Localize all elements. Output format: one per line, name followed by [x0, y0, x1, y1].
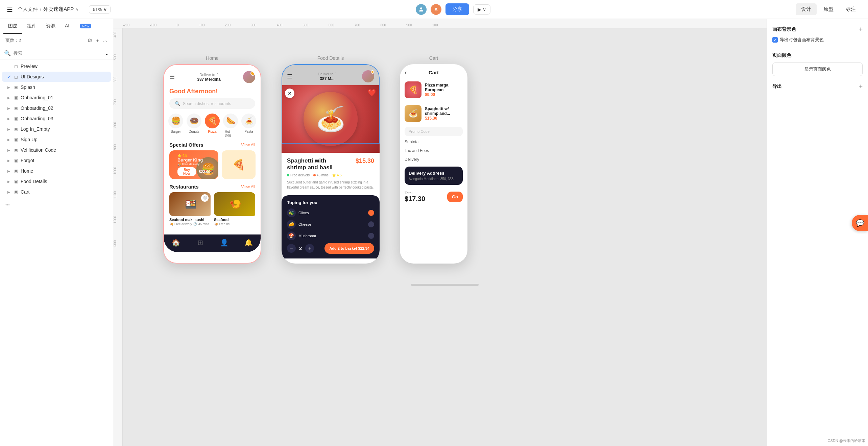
layer-icon: ▣	[14, 148, 18, 152]
layer-item-login[interactable]: ▶ ▣ Log In_Empty	[2, 124, 111, 134]
layer-label: Food Details	[21, 179, 47, 184]
sidebar-search-bar[interactable]: 🔍 ⌄	[0, 47, 113, 59]
promo-placeholder: Promo Code	[409, 129, 430, 133]
cart-item-pizza-img: 🍕	[405, 81, 421, 98]
h-scrollbar[interactable]	[136, 284, 753, 289]
breadcrumb-arrow[interactable]: ∨	[76, 7, 79, 12]
filter-icon[interactable]: ⌄	[104, 50, 109, 56]
sidebar-tab-new[interactable]: New	[74, 19, 96, 34]
breadcrumb-current[interactable]: 外卖速递APP	[43, 6, 74, 13]
menu-icon[interactable]: ☰	[7, 5, 13, 14]
sidebar-tab-assets[interactable]: 资源	[41, 19, 60, 34]
restaurant-card-sushi[interactable]: 🍱 🤍 Seafood maki sushi 🚚 Free delivery	[169, 192, 211, 226]
chat-button[interactable]: 💬	[852, 215, 868, 231]
play-button[interactable]: ▶ ∨	[473, 4, 490, 15]
add-page-icon[interactable]: ＋	[95, 38, 100, 44]
fd-title-row: Spaghetti with shrimp and basil $15.30	[287, 157, 374, 171]
more-indicator[interactable]: •••	[0, 197, 113, 213]
layer-item-preview[interactable]: ◻ Preview	[2, 61, 111, 71]
olive-radio[interactable]	[368, 210, 374, 216]
delivery-addr-sub: Avinguda Meridiana, 350, 358...	[409, 177, 459, 181]
category-pizza[interactable]: 🍕 Pizza	[203, 114, 221, 137]
svg-point-0	[420, 7, 422, 9]
layer-item-signup[interactable]: ▶ ▣ Sign Up	[2, 134, 111, 145]
export-plus-icon[interactable]: +	[859, 83, 863, 90]
hamburger-icon-fd[interactable]: ☰	[287, 73, 292, 80]
mushroom-radio[interactable]	[368, 233, 374, 239]
category-donuts[interactable]: 🍩 Donuts	[185, 114, 203, 137]
layer-item-onboarding-02[interactable]: ▶ ▣ Onboarding_02	[2, 103, 111, 113]
category-burger[interactable]: 🍔 Burger	[167, 114, 185, 137]
layer-icon: ▣	[14, 169, 18, 173]
canvas-bg-plus-icon[interactable]: +	[859, 26, 863, 33]
offer-rating: ⭐ 4.5	[177, 154, 210, 157]
tab-annotation[interactable]: 标注	[840, 3, 861, 15]
hamburger-icon[interactable]: ☰	[169, 73, 175, 81]
nav-grid[interactable]: ⊞	[188, 239, 213, 247]
view-all-restaurants[interactable]: View All	[241, 184, 255, 189]
export-title-text: 导出	[772, 83, 782, 90]
layer-item-verification[interactable]: ▶ ▣ Vefification Code	[2, 145, 111, 155]
nav-profile[interactable]: 👤	[212, 239, 237, 247]
tab-design[interactable]: 设计	[796, 3, 817, 15]
search-input[interactable]	[14, 51, 102, 56]
cart-subtotal: Subtotal	[400, 138, 467, 146]
qty-minus-btn[interactable]: −	[287, 244, 296, 253]
nav-home[interactable]: 🏠	[164, 239, 188, 247]
cart-back-btn[interactable]: ‹	[405, 69, 407, 76]
layer-item-onboarding-03[interactable]: ▶ ▣ Onboarding_03	[2, 114, 111, 124]
offer-card-burgerking[interactable]: ⭐ 4.5 Burger King 🚚 Free delivery Buy No…	[169, 150, 218, 179]
layer-item-splash[interactable]: ▶ ▣ Splash	[2, 82, 111, 92]
category-pasta[interactable]: 🍝 Pasta	[240, 114, 258, 137]
restaurants-title: Restaurants	[169, 184, 199, 190]
share-button[interactable]: 分享	[445, 3, 469, 15]
greeting: Good Afternoon!	[164, 86, 261, 98]
sidebar-tab-components[interactable]: 组件	[22, 19, 41, 34]
restaurant-cards: 🍱 🤍 Seafood maki sushi 🚚 Free delivery	[164, 192, 261, 230]
collapse-icon[interactable]: ︿	[103, 38, 107, 44]
bg-checkbox[interactable]: ✓	[772, 37, 778, 43]
layer-item-ui-designs[interactable]: ✓ ◻ UI Designs	[2, 72, 111, 82]
folder-icon[interactable]: 🗂	[88, 38, 92, 44]
canvas-content: Home ☰ Deliver to ˅ 387 Merdina	[123, 28, 767, 446]
sidebar-tab-layers[interactable]: 图层	[3, 19, 22, 34]
cart-screen-label: Cart	[429, 55, 438, 61]
toping-item-mushroom[interactable]: 🍄 Mushroom	[287, 231, 374, 240]
cheese-radio[interactable]	[368, 221, 374, 227]
canvas-bg-section: 画布背景色 + ✓ 导出时包含画布背景色	[772, 26, 863, 46]
cart-delivery: Delivery	[400, 155, 467, 164]
layer-item-home[interactable]: ▶ ▣ Home	[2, 166, 111, 176]
sushi-img-wrap: 🍱 🤍	[169, 192, 211, 216]
scrollbar-thumb[interactable]	[411, 284, 479, 286]
view-all-offers[interactable]: View All	[241, 143, 255, 147]
toping-left-mushroom: 🍄 Mushroom	[287, 231, 316, 240]
cart-go-button[interactable]: Go	[447, 192, 463, 202]
layer-label: Onboarding_01	[21, 95, 53, 100]
layer-item-forgot[interactable]: ▶ ▣ Forgot	[2, 155, 111, 166]
offer-buy-btn[interactable]: Buy Now	[177, 167, 196, 176]
heart-icon[interactable]: 🤍	[201, 194, 209, 202]
restaurant-card-seafood[interactable]: 🍤 Seafood 🚚 Free del	[214, 192, 255, 226]
layer-icon: ▣	[14, 116, 18, 121]
toping-item-cheese[interactable]: 🧀 Cheese	[287, 220, 374, 229]
cart-item-pasta: 🍝 Spaghetti w/ shrimp and... $15.30	[400, 102, 467, 125]
category-hotdog[interactable]: 🌭 Hot Dog	[221, 114, 240, 137]
layer-item-food-details[interactable]: ▶ ▣ Food Details	[2, 176, 111, 187]
offer-card-2[interactable]: 🍕	[222, 150, 256, 179]
fd-favorite-btn[interactable]: ❤️	[368, 89, 376, 97]
sidebar-tab-ai[interactable]: AI	[60, 19, 74, 34]
nav-bell[interactable]: 🔔	[237, 239, 261, 247]
layer-label: Splash	[21, 84, 35, 90]
tab-prototype[interactable]: 原型	[818, 3, 839, 15]
fd-avatar	[362, 70, 374, 82]
layer-item-onboarding-01[interactable]: ▶ ▣ Onboarding_01	[2, 93, 111, 103]
layer-item-cart[interactable]: ▶ ▣ Cart	[2, 187, 111, 197]
zoom-control[interactable]: 61% ∨	[89, 5, 111, 14]
show-page-color-btn[interactable]: 显示页面颜色	[772, 63, 863, 76]
toping-item-olives[interactable]: 🫒 Olives	[287, 208, 374, 217]
fd-close-btn[interactable]: ✕	[285, 89, 294, 98]
search-bar[interactable]: 🔍 Search dishes, restaurants	[169, 98, 255, 109]
add-to-basket-btn[interactable]: Add 2 to basket $22.34	[324, 243, 374, 254]
qty-plus-btn[interactable]: +	[305, 244, 314, 253]
promo-code-field[interactable]: Promo Code	[405, 127, 463, 136]
